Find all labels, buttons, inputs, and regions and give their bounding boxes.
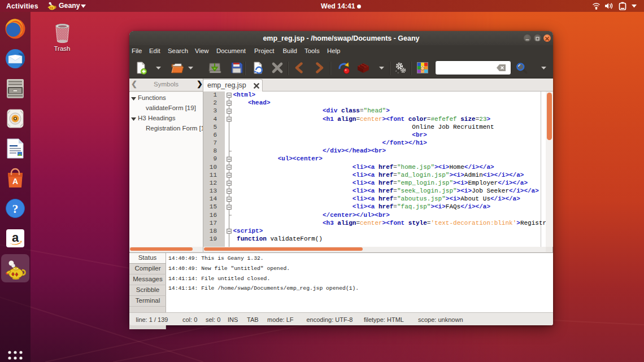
svg-text:a: a	[12, 230, 19, 245]
svg-text:A: A	[12, 177, 18, 186]
svg-text:?: ?	[12, 202, 19, 216]
